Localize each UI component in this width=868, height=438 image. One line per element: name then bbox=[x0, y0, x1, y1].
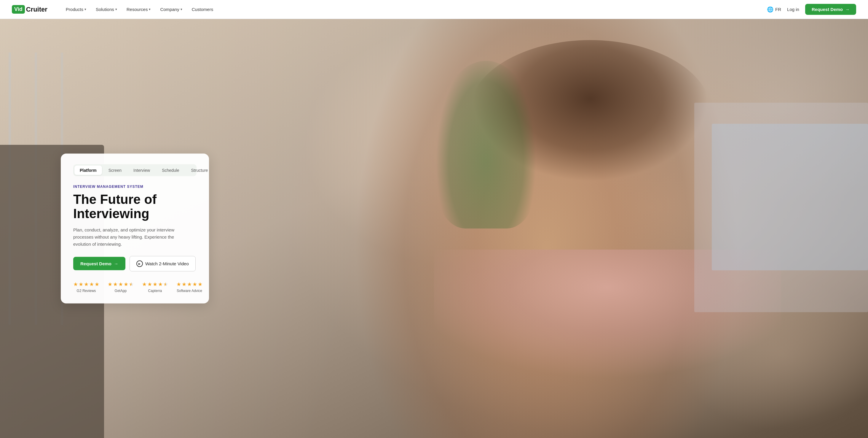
logo-cruiter: Cruiter bbox=[26, 6, 48, 13]
rating-software-advice: ★ ★ ★ ★ ★ Software Advice bbox=[176, 281, 203, 293]
arrow-icon: → bbox=[114, 261, 118, 266]
tab-schedule[interactable]: Schedule bbox=[157, 166, 184, 175]
nav-right: 🌐 FR Log in Request Demo → bbox=[767, 4, 856, 15]
hero-section: Platform Screen Interview Schedule Struc… bbox=[0, 19, 868, 438]
rating-capterra: ★ ★ ★ ★ ★ Capterra bbox=[142, 281, 168, 293]
nav-links: Products ▾ Solutions ▾ Resources ▾ Compa… bbox=[62, 4, 767, 14]
nav-item-solutions[interactable]: Solutions ▾ bbox=[92, 4, 121, 14]
nav-item-products[interactable]: Products ▾ bbox=[62, 4, 90, 14]
login-button[interactable]: Log in bbox=[787, 7, 799, 12]
arrow-icon: → bbox=[845, 7, 849, 12]
chevron-down-icon: ▾ bbox=[181, 7, 182, 11]
capterra-stars: ★ ★ ★ ★ ★ bbox=[142, 281, 168, 287]
software-advice-stars: ★ ★ ★ ★ ★ bbox=[176, 281, 203, 287]
play-icon: ▶ bbox=[136, 260, 143, 267]
navbar: Vid Cruiter Products ▾ Solutions ▾ Resou… bbox=[0, 0, 868, 19]
getapp-stars: ★ ★ ★ ★ ★ bbox=[107, 281, 134, 287]
category-label: INTERVIEW MANAGEMENT SYSTEM bbox=[73, 184, 196, 189]
logo-vid: Vid bbox=[12, 5, 25, 13]
software-advice-label: Software Advice bbox=[177, 288, 202, 293]
globe-icon: 🌐 bbox=[767, 6, 773, 13]
tab-screen[interactable]: Screen bbox=[103, 166, 127, 175]
rating-getapp: ★ ★ ★ ★ ★ GetApp bbox=[107, 281, 134, 293]
request-demo-button[interactable]: Request Demo → bbox=[73, 257, 125, 270]
chevron-down-icon: ▾ bbox=[149, 7, 151, 11]
getapp-label: GetApp bbox=[115, 288, 127, 293]
cta-row: Request Demo → ▶ Watch 2-Minute Video bbox=[73, 256, 196, 271]
tab-platform[interactable]: Platform bbox=[74, 166, 102, 175]
logo[interactable]: Vid Cruiter bbox=[12, 5, 48, 13]
chevron-down-icon: ▾ bbox=[115, 7, 117, 11]
nav-item-customers[interactable]: Customers bbox=[188, 4, 218, 14]
watch-video-button[interactable]: ▶ Watch 2-Minute Video bbox=[129, 256, 196, 271]
g2-stars: ★ ★ ★ ★ ★ bbox=[73, 281, 99, 287]
tab-bar: Platform Screen Interview Schedule Struc… bbox=[73, 165, 196, 176]
request-demo-nav-button[interactable]: Request Demo → bbox=[805, 4, 856, 15]
hero-card: Platform Screen Interview Schedule Struc… bbox=[61, 154, 209, 303]
tab-structure[interactable]: Structure bbox=[186, 166, 213, 175]
tab-interview[interactable]: Interview bbox=[128, 166, 155, 175]
hero-title: The Future of Interviewing bbox=[73, 192, 196, 221]
nav-item-resources[interactable]: Resources ▾ bbox=[122, 4, 155, 14]
rating-g2: ★ ★ ★ ★ ★ G2 Reviews bbox=[73, 281, 99, 293]
capterra-label: Capterra bbox=[148, 288, 162, 293]
hero-description: Plan, conduct, analyze, and optimize you… bbox=[73, 226, 186, 247]
chevron-down-icon: ▾ bbox=[85, 7, 86, 11]
ratings-row: ★ ★ ★ ★ ★ G2 Reviews ★ ★ ★ ★ ★ GetApp bbox=[73, 281, 196, 293]
g2-label: G2 Reviews bbox=[77, 288, 96, 293]
language-switcher[interactable]: 🌐 FR bbox=[767, 6, 781, 13]
nav-item-company[interactable]: Company ▾ bbox=[156, 4, 186, 14]
